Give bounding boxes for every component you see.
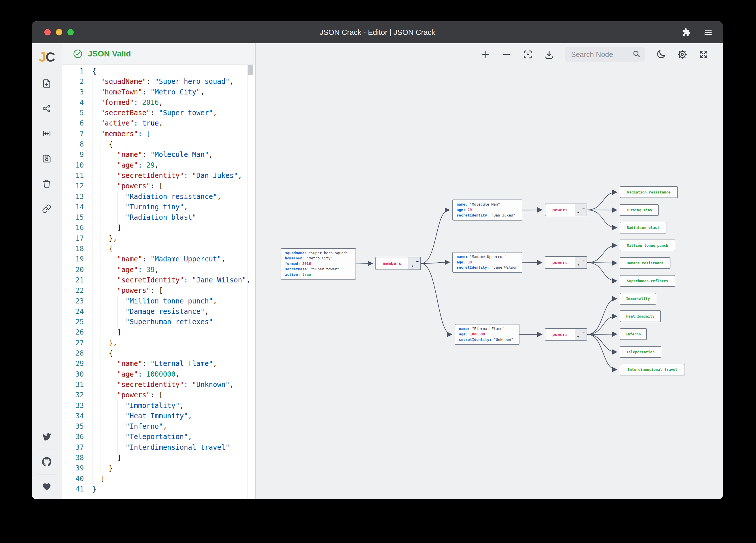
graph-node-l7[interactable]: Immortality bbox=[620, 293, 656, 304]
code-line: 18 { bbox=[62, 244, 255, 254]
editor-header: JSON Valid bbox=[62, 43, 255, 65]
graph-node-m3[interactable]: name: "Eternal Flame"age: 1000000secretI… bbox=[455, 324, 519, 345]
code-line: 31 "secretIdentity": "Unknown", bbox=[62, 379, 255, 390]
graph-node-p1[interactable]: powers←→ bbox=[545, 204, 587, 216]
code-line: 25 "Superhuman reflexes" bbox=[62, 317, 255, 327]
line-number: 15 bbox=[62, 212, 84, 223]
download-image-button[interactable] bbox=[544, 49, 554, 60]
zoom-button[interactable] bbox=[67, 29, 74, 35]
code-editor[interactable]: 1{2 "squadName": "Super hero squad",3 "h… bbox=[62, 65, 255, 499]
zoom-in-button[interactable] bbox=[480, 49, 490, 60]
line-number: 10 bbox=[62, 160, 84, 171]
share-graph-button[interactable] bbox=[37, 96, 56, 121]
center-view-button[interactable] bbox=[523, 49, 533, 60]
code-line: 36 "Teleportation", bbox=[62, 432, 255, 442]
line-number: 30 bbox=[62, 369, 84, 379]
graph-node-m2[interactable]: name: "Madame Uppercut"age: 39secretIden… bbox=[452, 252, 522, 272]
code-line: 19 "name": "Madame Uppercut", bbox=[62, 254, 255, 264]
line-number: 38 bbox=[62, 453, 84, 463]
minimize-button[interactable] bbox=[56, 29, 62, 35]
line-number: 8 bbox=[62, 139, 84, 150]
code-line: 16 ] bbox=[62, 223, 255, 233]
indent-guide bbox=[109, 254, 109, 337]
close-button[interactable] bbox=[44, 29, 51, 35]
line-number: 19 bbox=[62, 254, 84, 264]
code-line: 38 ] bbox=[62, 453, 255, 463]
code-line: 12 "powers": [ bbox=[62, 181, 255, 191]
graph-node-p2[interactable]: powers←→ bbox=[545, 256, 587, 269]
collapse-node-button[interactable]: ←→ bbox=[575, 204, 587, 216]
node-row: formed: 2016 bbox=[285, 261, 352, 267]
collapse-node-button[interactable]: ←→ bbox=[575, 257, 587, 268]
line-number: 28 bbox=[62, 348, 84, 358]
node-row: name: "Madame Uppercut" bbox=[457, 254, 518, 260]
file-plus-icon bbox=[42, 79, 51, 88]
code-line: 35 "Inferno", bbox=[62, 421, 255, 432]
graph-node-l1[interactable]: Radiation resistance bbox=[620, 186, 678, 198]
graph-node-l9[interactable]: Inferno bbox=[620, 328, 647, 340]
graph-node-l3[interactable]: Radiation blast bbox=[620, 222, 666, 234]
line-number: 20 bbox=[62, 265, 84, 275]
graph-toolbar bbox=[480, 46, 709, 63]
fold-arrow-icon: → bbox=[411, 264, 413, 268]
titlebar: JSON Crack - Editor | JSON Crack bbox=[32, 21, 723, 43]
extensions-puzzle-icon[interactable] bbox=[681, 27, 691, 37]
graph-panel[interactable]: squadName: "Super hero squad"homeTown: "… bbox=[255, 43, 723, 499]
line-number: 36 bbox=[62, 432, 84, 442]
node-row: secretIdentity: "Dan Jukes" bbox=[457, 213, 518, 218]
search-node-input[interactable] bbox=[570, 50, 632, 59]
search-icon[interactable] bbox=[632, 50, 641, 59]
graph-node-root[interactable]: squadName: "Super hero squad"homeTown: "… bbox=[281, 248, 356, 279]
fold-nodes-button[interactable] bbox=[37, 121, 56, 146]
line-number: 4 bbox=[62, 97, 84, 108]
code-line: 28 { bbox=[62, 348, 255, 358]
dark-mode-button[interactable] bbox=[656, 49, 666, 60]
line-number: 35 bbox=[62, 421, 84, 432]
collapse-node-button[interactable]: ←→ bbox=[409, 258, 420, 270]
code-line: 33 "Immortality", bbox=[62, 400, 255, 411]
new-document-button[interactable] bbox=[37, 71, 56, 96]
delete-button[interactable] bbox=[37, 171, 56, 196]
graph-node-l11[interactable]: Interdimensional travel bbox=[620, 364, 685, 375]
line-number: 41 bbox=[62, 484, 84, 494]
node-label: powers bbox=[545, 329, 575, 340]
indent-guide bbox=[101, 139, 101, 474]
code-line: 26 ] bbox=[62, 327, 255, 337]
github-link[interactable] bbox=[37, 449, 56, 474]
code-line: 20 "age": 39, bbox=[62, 265, 255, 275]
jsoncrack-logo[interactable]: JC bbox=[39, 43, 55, 71]
sponsor-link[interactable] bbox=[37, 474, 56, 499]
graph-node-l10[interactable]: Teleportation bbox=[620, 346, 661, 358]
graph-node-p3[interactable]: powers←→ bbox=[545, 328, 587, 340]
line-number: 9 bbox=[62, 150, 84, 160]
share-nodes-icon bbox=[42, 104, 51, 113]
zoom-out-button[interactable] bbox=[501, 49, 512, 60]
code-line: 6 "active": true, bbox=[62, 118, 255, 128]
line-number: 7 bbox=[62, 129, 84, 139]
code-line: 5 "secretBase": "Super tower", bbox=[62, 108, 255, 118]
graph-node-l6[interactable]: Superhuman reflexes bbox=[620, 275, 675, 287]
collapse-node-button[interactable]: ←→ bbox=[575, 329, 587, 340]
graph-node-members[interactable]: members←→ bbox=[375, 257, 421, 270]
code-line: 22 "powers": [ bbox=[62, 285, 255, 296]
graph-node-m1[interactable]: name: "Molecule Man"age: 29secretIdentit… bbox=[452, 200, 522, 221]
code-line: 40 ] bbox=[62, 474, 255, 484]
code-line: 21 "secretIdentity": "Jane Wilson", bbox=[62, 275, 255, 285]
line-number: 14 bbox=[62, 202, 84, 212]
settings-gear-button[interactable] bbox=[677, 49, 687, 60]
graph-node-l2[interactable]: Turning tiny bbox=[620, 204, 659, 216]
graph-node-l4[interactable]: Million tonne punch bbox=[620, 240, 675, 252]
line-number: 32 bbox=[62, 390, 84, 400]
menu-hamburger-icon[interactable] bbox=[704, 28, 713, 37]
editor-scrollbar-thumb[interactable] bbox=[248, 65, 253, 75]
graph-node-l5[interactable]: Damage resistance bbox=[620, 257, 670, 269]
copy-link-button[interactable] bbox=[37, 196, 56, 221]
graph-node-l8[interactable]: Heat Immunity bbox=[620, 310, 661, 322]
fullscreen-button[interactable] bbox=[698, 49, 709, 60]
code-line: 39 } bbox=[62, 463, 255, 473]
line-number: 24 bbox=[62, 306, 84, 317]
save-button[interactable] bbox=[37, 146, 56, 171]
fold-arrow-icon: → bbox=[577, 334, 579, 338]
twitter-link[interactable] bbox=[37, 424, 56, 449]
indent-guide bbox=[109, 150, 109, 233]
